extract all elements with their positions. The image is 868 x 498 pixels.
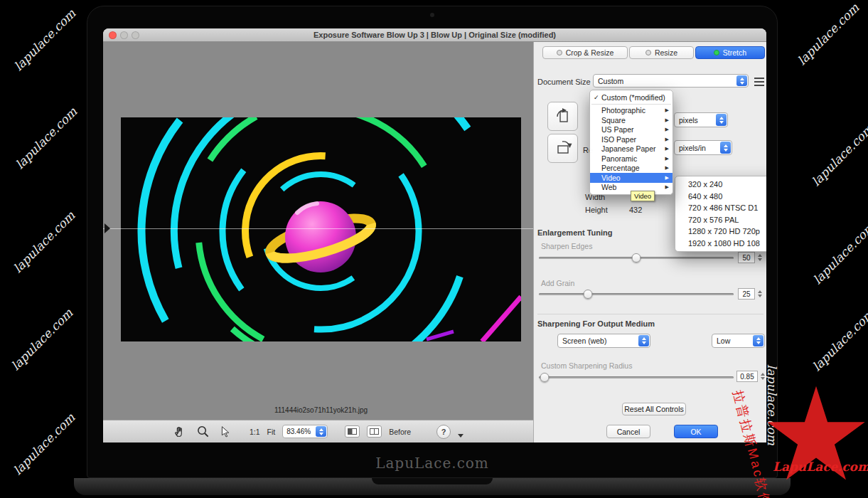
select-stepper-icon[interactable] (716, 114, 727, 126)
panel-collapse-arrow-icon[interactable] (105, 223, 110, 233)
value-stepper-icon[interactable] (756, 252, 763, 263)
mode-dot-icon (714, 50, 719, 55)
submenu-arrow-icon: ▶ (665, 165, 669, 171)
slider-handle[interactable] (583, 290, 592, 299)
image-preview-area[interactable]: 111444io2so71h11yok21h.jpg (103, 42, 533, 420)
watermark: lapulace.com (795, 1, 862, 68)
height-value[interactable]: 432 (629, 206, 642, 214)
submenu-item[interactable]: 320 x 240 (675, 179, 766, 191)
output-medium-select[interactable]: Screen (web) (557, 334, 650, 348)
zoom-window-button[interactable] (132, 31, 139, 39)
preview-image (121, 117, 521, 341)
hand-tool-icon[interactable] (173, 424, 188, 440)
submenu-arrow-icon: ▶ (665, 175, 669, 181)
submenu-arrow-icon: ▶ (665, 137, 669, 142)
video-size-submenu: 320 x 240 640 x 480 720 x 486 NTSC D1 72… (675, 176, 766, 252)
zoom-level-select[interactable]: 83.46% (282, 425, 328, 438)
menu-item-percentage[interactable]: Percentage▶ (590, 164, 673, 174)
settings-panel: Crop & Resize Resize Stretch Document Si… (533, 42, 766, 443)
arrow-tool-icon[interactable] (218, 424, 234, 440)
select-stepper-icon[interactable] (736, 75, 747, 86)
select-stepper-icon[interactable] (638, 335, 649, 346)
value-stepper-icon[interactable] (756, 288, 763, 300)
width-units-select[interactable]: pixels (674, 112, 728, 127)
split-view-button[interactable] (345, 425, 360, 438)
sharpen-edges-value[interactable]: 50 (738, 252, 755, 263)
single-view-button[interactable] (367, 425, 382, 438)
app-window: Exposure Software Blow Up 3 | Blow Up | … (103, 28, 766, 443)
zoom-stepper-icon[interactable] (316, 426, 326, 437)
submenu-item[interactable]: 1280 x 720 HD 720p (675, 226, 766, 238)
fit-button[interactable]: Fit (267, 428, 276, 436)
window-title: Exposure Software Blow Up 3 | Blow Up | … (314, 31, 556, 39)
document-size-menu: ✓ Custom (*modified) Photographic▶ Squar… (589, 90, 673, 195)
watermark: lapulace.com (810, 220, 868, 287)
menu-item-iso-paper[interactable]: ISO Paper▶ (590, 134, 673, 144)
submenu-arrow-icon: ▶ (665, 117, 669, 123)
watermark: lapulace.com (11, 410, 78, 478)
menu-item-square[interactable]: Square▶ (590, 115, 673, 125)
submenu-item[interactable]: 720 x 486 NTSC D1 (675, 202, 766, 214)
menu-item-video[interactable]: Video▶ (590, 173, 673, 183)
laptop-lid-notch (372, 478, 493, 484)
resize-mode-button[interactable]: Resize (629, 46, 694, 59)
sharpening-level-select[interactable]: Low (712, 334, 765, 348)
output-sharpening-header: Sharpening For Output Medium (537, 319, 655, 328)
minimize-button[interactable] (120, 31, 128, 39)
custom-sharpening-radius-value[interactable]: 0.85 (736, 371, 758, 382)
watermark: lapulace.com (9, 306, 76, 374)
watermark: lapulace.com (11, 6, 79, 74)
actual-size-button[interactable]: 1:1 (250, 428, 260, 436)
preset-menu-icon[interactable] (754, 78, 764, 86)
title-bar: Exposure Software Blow Up 3 | Blow Up | … (103, 28, 766, 42)
select-stepper-icon[interactable] (753, 335, 763, 346)
slider-handle[interactable] (632, 253, 641, 263)
custom-sharpening-radius-label: Custom Sharpening Radius (541, 361, 632, 370)
enlargement-tuning-header: Enlargement Tuning (537, 228, 613, 237)
menu-item-custom[interactable]: ✓ Custom (*modified) (590, 92, 673, 102)
zoom-level-value: 83.46% (286, 428, 311, 435)
resolution-units-select[interactable]: pixels/in (674, 140, 732, 155)
reset-all-controls-button[interactable]: Reset All Controls (622, 403, 686, 415)
submenu-item[interactable]: 1920 x 1080 HD 108 (675, 238, 766, 250)
sharpen-edges-label: Sharpen Edges (541, 242, 592, 250)
slider-handle[interactable] (540, 373, 550, 382)
sharpen-edges-slider[interactable] (539, 253, 734, 263)
laptop-base (74, 478, 791, 495)
custom-sharpening-radius-slider[interactable] (539, 373, 734, 382)
slider-track[interactable] (539, 376, 734, 378)
mode-dot-icon (645, 50, 651, 55)
help-menu-caret-icon[interactable] (458, 434, 464, 438)
watermark: lapulace.com (13, 105, 80, 172)
add-grain-value[interactable]: 25 (738, 288, 755, 300)
mode-dot-icon (557, 50, 562, 55)
watermark: lapulace.com (810, 307, 868, 374)
watermark: lapulace.com (11, 208, 78, 276)
submenu-item[interactable]: 720 x 576 PAL (675, 214, 766, 226)
stretch-mode-button[interactable]: Stretch (695, 46, 765, 59)
select-stepper-icon[interactable] (720, 142, 731, 154)
help-button[interactable]: ? (436, 425, 451, 439)
before-after-divider[interactable] (103, 228, 533, 229)
ok-button[interactable]: OK (674, 425, 718, 438)
cancel-button[interactable]: Cancel (606, 425, 650, 438)
menu-item-photographic[interactable]: Photographic▶ (590, 106, 673, 116)
site-logo: 拉普拉斯Mac软件 LapuLace.com (743, 384, 868, 498)
menu-item-us-paper[interactable]: US Paper▶ (590, 125, 673, 135)
before-label: Before (389, 428, 411, 436)
rotate-portrait-button[interactable] (547, 102, 578, 131)
document-size-label: Document Size (537, 78, 591, 86)
rotate-landscape-button[interactable] (547, 134, 578, 163)
menu-separator (591, 104, 671, 105)
add-grain-slider[interactable] (539, 290, 734, 299)
document-size-select[interactable]: Custom (593, 74, 749, 88)
close-button[interactable] (109, 31, 117, 39)
preview-toolbar: 1:1 Fit 83.46% Before ? (103, 420, 533, 443)
zoom-tool-icon[interactable] (195, 424, 211, 440)
submenu-arrow-icon: ▶ (665, 107, 669, 113)
menu-item-japanese-paper[interactable]: Japanese Paper▶ (590, 144, 673, 154)
submenu-item[interactable]: 640 x 480 (675, 191, 766, 203)
slider-track[interactable] (539, 293, 734, 295)
crop-resize-mode-button[interactable]: Crop & Resize (542, 46, 628, 59)
menu-item-panoramic[interactable]: Panoramic▶ (590, 154, 673, 164)
